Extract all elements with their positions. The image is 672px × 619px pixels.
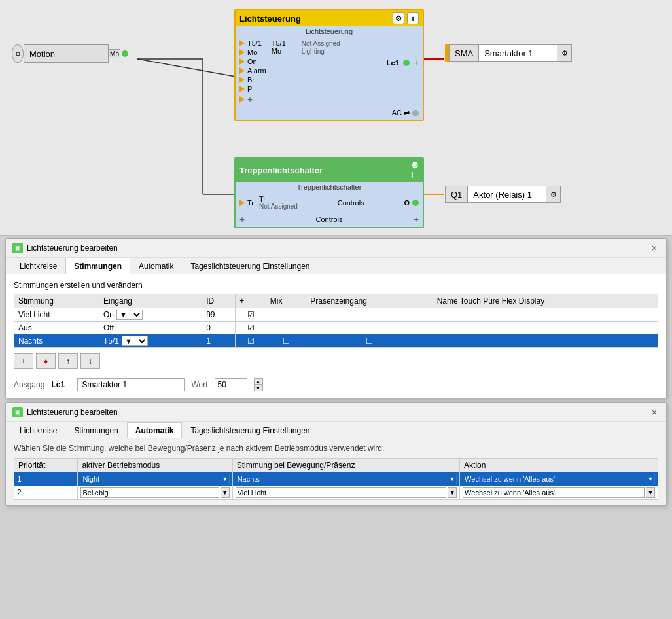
betriebsmodus-arrow-2[interactable]: ▼ <box>221 487 230 498</box>
wert-down-button[interactable]: ▼ <box>254 385 263 391</box>
cell-eingang-3[interactable]: T5/1 ▼ <box>99 334 202 348</box>
betriebsmodus-arrow-1[interactable]: ▼ <box>221 474 230 484</box>
col2-betriebsmodus: aktiver Betriebsmodus <box>78 459 232 472</box>
port-plus-triangle <box>239 96 245 103</box>
cell-plus-3[interactable] <box>236 334 266 348</box>
treppe-plus-right[interactable]: + <box>414 214 419 224</box>
port-t51: T5/1 <box>239 39 266 47</box>
eingang-select-3[interactable]: ▼ <box>122 336 148 346</box>
cell-eingang-1[interactable]: On ▼ <box>99 308 202 322</box>
dialog1-close-button[interactable]: × <box>649 243 660 253</box>
motion-gear-button[interactable]: ⚙ <box>12 44 24 63</box>
smartaktor-input[interactable] <box>77 378 185 391</box>
aktion-select-1[interactable]: Wechsel zu wenn 'Alles aus' <box>463 474 645 484</box>
table-row: Aus Off 0 <box>14 322 658 334</box>
motion-green-dot <box>122 50 128 57</box>
lichtsteuerung-info-icon[interactable]: i <box>407 12 419 24</box>
stimmung-arrow-2[interactable]: ▼ <box>448 487 457 498</box>
sma-gear-button[interactable]: ⚙ <box>557 44 572 62</box>
wert-input[interactable] <box>215 378 247 391</box>
port-plus-label: + <box>247 94 253 105</box>
dialog2-close-button[interactable]: × <box>649 407 660 417</box>
q1-left-label: Q1 <box>445 186 468 203</box>
treppenlicht-subtitle: Treppenlichtschalter <box>236 182 423 192</box>
lichtsteuerung-title: Lichtsteuerung <box>239 14 301 24</box>
dialog2-tab-tageslicht[interactable]: Tageslichtsteuerung Einstellungen <box>182 422 318 438</box>
move-down-button[interactable]: ↓ <box>80 353 100 369</box>
lichtsteuerung-block: Lichtsteuerung ⚙ i Lichtsteuerung T5/1 M… <box>234 9 424 121</box>
stimmung-arrow-1[interactable]: ▼ <box>448 474 457 484</box>
dialog2-tab-lichtkreise[interactable]: Lichtkreise <box>11 422 65 438</box>
stimmung-select-2[interactable]: Viel Licht <box>236 487 446 498</box>
dialog1-titlebar: ▣ Lichtsteuerung bearbeiten × <box>6 239 666 258</box>
treppenlicht-gear-icon[interactable]: ⚙ <box>411 160 419 170</box>
lichtsteuerung-header: Lichtsteuerung ⚙ i <box>236 10 423 26</box>
wert-spinner: ▲ ▼ <box>254 378 263 391</box>
dialog1-tab-automatik[interactable]: Automatik <box>130 258 182 274</box>
sma-left-label: SMA <box>449 44 479 62</box>
dialog2-tab-stimmungen[interactable]: Stimmungen <box>65 422 126 438</box>
q1-gear-button[interactable]: ⚙ <box>546 186 561 203</box>
ausgang-label: Ausgang <box>14 380 44 389</box>
dialog1-tab-lichtkreise[interactable]: Lichtkreise <box>11 258 65 274</box>
treppe-tr-triangle <box>239 200 245 206</box>
port-alarm: Alarm <box>239 67 266 75</box>
dialog1-title-left: ▣ Lichtsteuerung bearbeiten <box>12 243 118 253</box>
cell-eingang-2: Off <box>99 322 202 334</box>
port-br-label: Br <box>247 76 255 84</box>
cell2-aktion-1[interactable]: Wechsel zu wenn 'Alles aus' ▼ <box>460 472 658 486</box>
cell-plus-1[interactable] <box>236 308 266 322</box>
motion-node: ⚙ Motion Mo <box>12 44 128 63</box>
cell2-betriebsmodus-1[interactable]: Night ▼ <box>78 472 232 486</box>
cell-mix-3[interactable] <box>266 334 306 348</box>
aktion-arrow-2[interactable]: ▼ <box>646 487 655 498</box>
port-plus-left[interactable]: + <box>239 94 266 105</box>
cell2-stimmung-2[interactable]: Viel Licht ▼ <box>232 486 459 500</box>
treppenlicht-header: Treppenlichtschalter ⚙ i <box>236 158 423 182</box>
dialog2-titlebar: ▣ Lichtsteuerung bearbeiten × <box>6 403 666 422</box>
dialog1-tab-stimmungen[interactable]: Stimmungen <box>65 258 130 274</box>
betriebsmodus-select-1[interactable]: Night <box>80 474 219 484</box>
dialog1-tab-tageslicht[interactable]: Tageslichtsteuerung Einstellungen <box>182 258 318 274</box>
o-out-port <box>412 200 419 206</box>
wert-label: Wert <box>191 380 207 389</box>
cell2-stimmung-1[interactable]: Nachts ▼ <box>232 472 459 486</box>
dialog1-output-section: Ausgang Lc1 Wert ▲ ▼ <box>14 378 658 391</box>
treppenlicht-header-icons: ⚙ i <box>411 160 419 180</box>
treppe-tr: Tr <box>259 195 298 203</box>
lichtsteuerung-gear-icon[interactable]: ⚙ <box>393 12 404 24</box>
col-eingang: Eingang <box>99 294 202 308</box>
treppe-controls: Controls <box>338 199 364 207</box>
lichtsteuerung-row2: Mo Lighting <box>272 47 419 55</box>
dialog2-title-left: ▣ Lichtsteuerung bearbeiten <box>12 407 118 417</box>
lichtsteuerung-header-icons: ⚙ i <box>393 12 419 24</box>
betriebsmodus-select-2[interactable]: Beliebig <box>80 487 219 498</box>
treppenlicht-info-icon[interactable]: i <box>411 170 419 180</box>
cell-plus-2[interactable] <box>236 322 266 334</box>
aktion-arrow-1[interactable]: ▼ <box>646 474 655 484</box>
treppenlicht-body: Tr Tr Not Assigned Controls O <box>236 192 423 213</box>
cell2-priority-1: 1 <box>14 472 78 486</box>
dialog2-tab-automatik[interactable]: Automatik <box>127 422 183 438</box>
eingang-select-1[interactable]: ▼ <box>116 310 143 320</box>
dialog2-title-text: Lichtsteuerung bearbeiten <box>27 408 118 417</box>
wert-up-button[interactable]: ▲ <box>254 378 263 385</box>
cell-mix-2[interactable] <box>266 322 306 334</box>
cell2-betriebsmodus-2[interactable]: Beliebig ▼ <box>78 486 232 500</box>
lichtsteuerung-subtitle: Lichtsteuerung <box>236 26 423 37</box>
q1-node: Q1 Aktor (Relais) 1 ⚙ <box>445 186 561 203</box>
cell-mix-1[interactable] <box>266 308 306 322</box>
lichtsteuerung-lighting: Lighting <box>302 48 325 55</box>
licht-plus-right[interactable]: + <box>414 58 419 68</box>
move-up-button[interactable]: ↑ <box>58 353 78 369</box>
treppe-plus-left[interactable]: + <box>239 214 245 224</box>
add-stimmung-button[interactable]: + <box>14 353 33 369</box>
stimmung-select-1[interactable]: Nachts <box>236 474 446 484</box>
aktion-select-2[interactable]: Wechsel zu wenn 'Alles aus' <box>463 487 645 498</box>
col-prasenz: Präsenzeingang <box>306 294 433 308</box>
cell-prasenz-3[interactable] <box>306 334 433 348</box>
canvas-area: ⚙ Motion Mo Lichtsteuerung ⚙ i Lichtsteu… <box>0 0 672 236</box>
cell2-aktion-2[interactable]: Wechsel zu wenn 'Alles aus' ▼ <box>460 486 658 500</box>
dialog1-title-text: Lichtsteuerung bearbeiten <box>27 243 118 253</box>
delete-stimmung-button[interactable]: ♦ <box>36 353 56 369</box>
